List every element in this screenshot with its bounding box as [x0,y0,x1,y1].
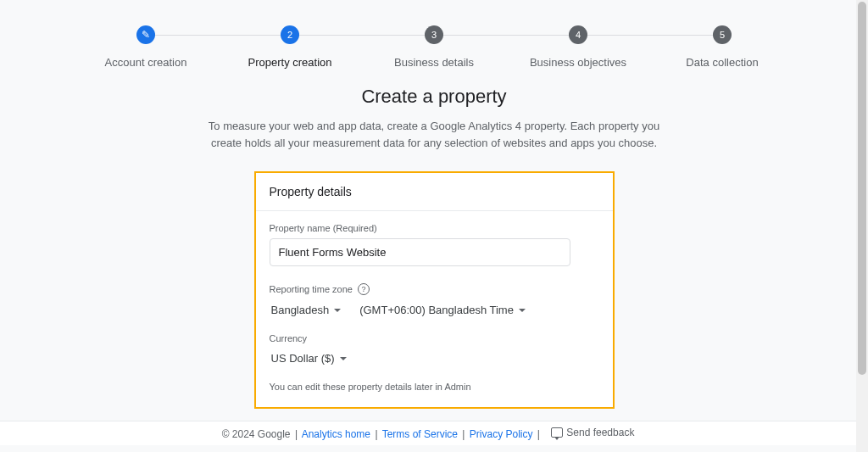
step-account-creation[interactable]: ✎ Account creation [74,25,218,69]
stepper: ✎ Account creation 2 Property creation 3… [0,0,868,86]
step-connector [155,35,281,36]
privacy-link[interactable]: Privacy Policy [470,428,533,440]
chevron-down-icon [340,357,347,360]
step-label: Business objectives [530,56,626,69]
timezone-label-text: Reporting time zone [270,284,353,294]
currency-value: US Dollar ($) [271,352,335,365]
country-value: Bangladesh [271,304,330,316]
step-label: Property creation [248,56,332,69]
step-label: Account creation [105,56,187,69]
step-connector [299,35,425,36]
card-title: Property details [256,173,613,211]
step-number-icon: 3 [425,25,443,44]
currency-label: Currency [270,333,599,343]
page-description: To measure your web and app data, create… [197,118,671,151]
timezone-dropdown[interactable]: (GMT+06:00) Bangladesh Time [358,300,527,320]
property-details-card: Property details Property name (Required… [254,171,615,409]
timezone-value: (GMT+06:00) Bangladesh Time [359,304,514,316]
feedback-icon [551,427,563,438]
step-number-icon: 5 [713,25,732,44]
main-content: Create a property To measure your web an… [129,86,739,452]
property-name-input[interactable] [270,238,570,266]
chevron-down-icon [334,309,341,312]
step-label: Business details [394,56,474,69]
page-title: Create a property [146,86,722,108]
pencil-icon: ✎ [136,25,155,44]
chevron-down-icon [519,309,526,312]
timezone-row: Bangladesh (GMT+06:00) Bangladesh Time [270,300,599,320]
currency-row: US Dollar ($) [270,349,599,368]
help-icon[interactable]: ? [358,283,370,295]
feedback-label: Send feedback [566,427,634,438]
currency-dropdown[interactable]: US Dollar ($) [270,349,348,368]
card-body: Property name (Required) Reporting time … [256,211,613,407]
scrollbar-track [856,0,868,452]
send-feedback-button[interactable]: Send feedback [551,427,634,438]
edit-later-note: You can edit these property details late… [270,382,599,392]
step-data-collection[interactable]: 5 Data collection [650,25,794,69]
property-name-label: Property name (Required) [270,223,599,233]
terms-link[interactable]: Terms of Service [382,428,458,440]
step-business-details[interactable]: 3 Business details [362,25,506,69]
step-number-icon: 4 [569,25,587,44]
footer: © 2024 Google | Analytics home | Terms o… [0,421,856,445]
step-label: Data collection [686,56,758,69]
scrollbar-thumb[interactable] [858,2,866,375]
step-property-creation[interactable]: 2 Property creation [218,25,362,69]
copyright: © 2024 Google [222,428,291,440]
step-number-icon: 2 [281,25,299,44]
step-connector [587,35,713,36]
step-connector [443,35,569,36]
step-business-objectives[interactable]: 4 Business objectives [506,25,650,69]
timezone-label: Reporting time zone ? [270,283,599,295]
analytics-home-link[interactable]: Analytics home [302,428,370,440]
country-dropdown[interactable]: Bangladesh [270,300,343,320]
